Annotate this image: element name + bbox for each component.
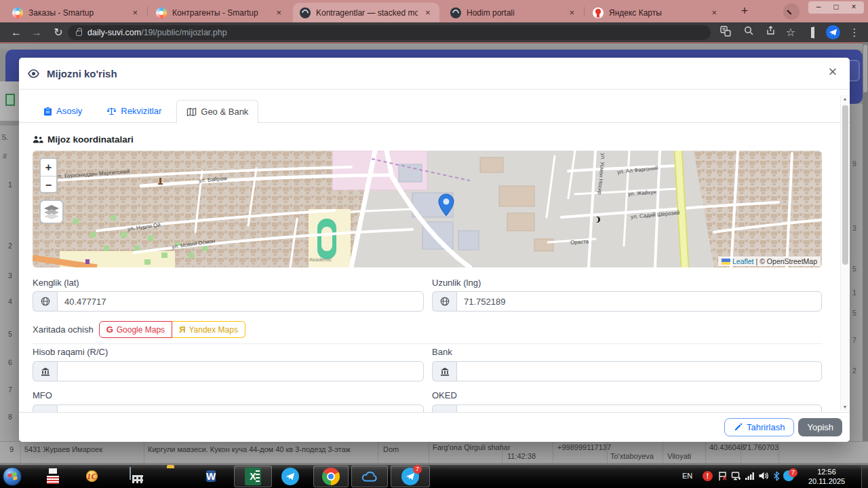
street-label: Akademic <box>309 257 332 263</box>
reload-button[interactable]: ↻ <box>50 24 66 41</box>
street-label: Ораста <box>570 238 589 245</box>
tray-clock[interactable]: 12:56 20.11.2025 <box>806 467 848 486</box>
new-tab-button[interactable]: + <box>736 3 753 20</box>
show-desktop-button[interactable] <box>861 465 868 488</box>
bookmark-star-icon[interactable]: ☆ <box>784 26 797 39</box>
modal-scrollbar-thumb[interactable] <box>842 105 848 265</box>
tray-alert-icon[interactable]: ! <box>703 471 713 481</box>
monument-icon <box>159 178 161 184</box>
side-panel-glyph <box>813 26 814 39</box>
taskbar-1c-icon[interactable]: 1С <box>85 468 104 486</box>
modal-body: Mijoz koordinatalari <box>19 123 850 412</box>
lat-input[interactable] <box>57 291 424 312</box>
back-button[interactable]: ← <box>8 24 24 41</box>
tab-geo-bank[interactable]: Geo & Bank <box>176 100 258 124</box>
tray-language[interactable]: EN <box>682 472 692 480</box>
tray-signal-icon[interactable] <box>745 471 755 483</box>
tab-rekvizitlar[interactable]: Rekvizitlar <box>97 99 171 123</box>
tray-telegram-icon[interactable]: 7 <box>783 470 794 481</box>
open-in-map-row: Xaritada ochish GGoogle Maps ЯYandex Map… <box>33 321 245 338</box>
browser-tab-zakazy[interactable]: Заказы - Smartup × <box>5 3 145 22</box>
tray-volume-icon[interactable] <box>758 471 769 483</box>
browser-tab-yandex-maps[interactable]: Яндекс Карты × <box>586 3 724 22</box>
tray-action-center-flag-icon[interactable] <box>717 471 728 484</box>
layers-icon <box>43 204 60 219</box>
cell-lat: 40.436048 <box>709 443 745 451</box>
taskbar-telegram2-button-active[interactable]: 7 <box>391 466 430 487</box>
edit-button[interactable]: Tahrirlash <box>724 418 794 436</box>
bank-input[interactable] <box>456 361 822 381</box>
scroll-up-icon[interactable]: ▲ <box>841 96 849 101</box>
oked-input[interactable] <box>456 405 822 412</box>
browser-tab-kontragenty[interactable]: Контрагенты - Smartup × <box>149 3 289 22</box>
tab-close-icon[interactable]: × <box>567 7 576 18</box>
zoom-out-button[interactable]: − <box>41 176 56 193</box>
leaflet-map[interactable]: ул. Бурхониддин Маргилоний ул. Байрам ул… <box>33 151 822 267</box>
window-restore-button[interactable]: □ <box>829 2 844 13</box>
browser-menu-kebab-icon[interactable]: ⋮ <box>848 26 861 39</box>
tray-network-icon[interactable] <box>731 471 741 484</box>
tray-bluetooth-icon[interactable] <box>773 471 780 484</box>
tab-close-icon[interactable]: × <box>709 7 719 18</box>
taskbar-word-icon[interactable]: W <box>205 468 224 486</box>
scroll-down-icon[interactable]: ▼ <box>841 405 849 409</box>
url-text: daily-suvi.com/19l/public/mijozlar.php <box>87 28 227 37</box>
window-minimize-button[interactable]: – <box>811 2 826 13</box>
map-icon <box>186 107 197 117</box>
taskbar-calculator-icon[interactable] <box>127 468 146 486</box>
taskbar-chrome-button-active[interactable] <box>313 466 349 487</box>
taskbar-explorer-icon[interactable] <box>167 468 186 486</box>
start-button[interactable] <box>3 467 22 486</box>
bank-icon <box>432 361 456 381</box>
tab-separator <box>584 7 585 16</box>
modal-scrollbar[interactable]: ▲ ▼ <box>840 95 848 411</box>
share-icon[interactable] <box>764 26 777 39</box>
cell-digit: 5 <box>852 309 856 317</box>
1c-icon: 1С <box>86 470 98 482</box>
tab-close-icon[interactable]: × <box>423 7 433 18</box>
tab-close-icon[interactable]: × <box>130 7 140 18</box>
tab-asosiy[interactable]: Asosiy <box>34 99 92 123</box>
browser-tab-kontragentlar-active[interactable]: Kontragentlar — stacked moda × <box>293 3 439 22</box>
zoom-in-button[interactable]: + <box>41 159 56 176</box>
mfo-input[interactable] <box>57 405 424 412</box>
close-button[interactable]: Yopish <box>798 418 842 436</box>
tab-search-chevron-button[interactable] <box>783 3 800 20</box>
google-maps-button[interactable]: GGoogle Maps <box>99 321 173 338</box>
clipboard-icon <box>43 107 52 116</box>
lng-input[interactable] <box>456 291 822 312</box>
page-top-strip <box>0 43 868 50</box>
translate-icon[interactable] <box>719 26 732 39</box>
side-panel-icon[interactable] <box>807 26 821 39</box>
taskbar-save-app-icon[interactable] <box>43 468 62 486</box>
cell-phone: +998999117137 <box>557 443 611 451</box>
map-layers-button[interactable] <box>39 200 64 224</box>
browser-tab-hodim[interactable]: Hodim portali × <box>443 3 582 22</box>
taskbar-cloud-app-button-active[interactable] <box>351 466 388 487</box>
scales-icon <box>106 107 117 116</box>
yandex-maps-label: Yandex Maps <box>189 325 238 335</box>
yandex-maps-button[interactable]: ЯYandex Maps <box>172 321 245 338</box>
table-right-sliver: 9 3 5 1 5 7 2 <box>850 104 863 441</box>
window-close-button[interactable]: × <box>846 2 861 13</box>
notification-badge: 7 <box>413 465 422 474</box>
page-scrollbar-thumb[interactable] <box>863 45 867 92</box>
leaflet-link[interactable]: Leaflet <box>732 257 754 265</box>
taskbar-excel-button-active[interactable]: X <box>234 466 272 487</box>
word-icon: W <box>206 470 216 482</box>
forward-button[interactable]: → <box>28 24 45 41</box>
modal-close-icon[interactable]: × <box>824 63 842 81</box>
zoom-lens-icon[interactable] <box>742 26 755 39</box>
tab-close-icon[interactable]: × <box>274 7 283 18</box>
tab-title: Яндекс Карты <box>609 8 704 18</box>
profile-avatar[interactable] <box>826 25 840 39</box>
account-input[interactable] <box>57 361 424 381</box>
eye-icon <box>27 67 40 80</box>
osm-link[interactable]: © OpenStreetMap <box>760 257 817 265</box>
oked-label: OKED <box>432 390 457 400</box>
address-bar[interactable]: daily-suvi.com/19l/public/mijozlar.php <box>68 25 711 40</box>
page-scrollbar[interactable] <box>863 42 868 465</box>
taskbar-telegram-icon[interactable] <box>281 468 300 486</box>
map-canvas[interactable] <box>33 151 822 267</box>
location-marker-pin[interactable] <box>437 193 455 219</box>
